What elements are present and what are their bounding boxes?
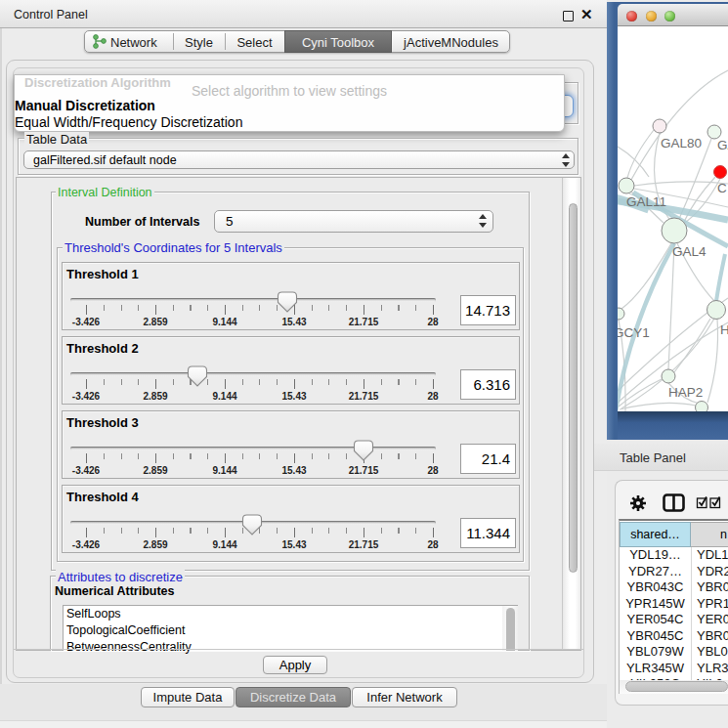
svg-text:C: C [717, 181, 727, 195]
svg-text:GAL80: GAL80 [661, 136, 702, 150]
svg-text:H: H [720, 322, 728, 337]
svg-text:GAL11: GAL11 [626, 194, 666, 209]
svg-text:GAL4: GAL4 [672, 244, 707, 259]
svg-text:GCY1: GCY1 [618, 325, 650, 340]
svg-text:GA: GA [717, 138, 728, 152]
svg-text:HAP2: HAP2 [668, 385, 703, 400]
